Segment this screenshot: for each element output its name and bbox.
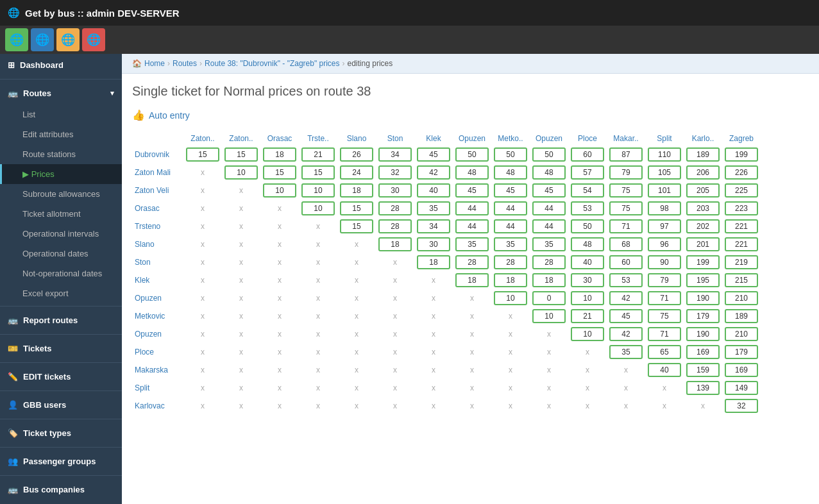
price-input-7-9[interactable]	[532, 273, 566, 287]
price-input-5-6[interactable]	[417, 237, 450, 251]
cell-6-14[interactable]	[722, 253, 761, 271]
cell-0-10[interactable]	[568, 146, 607, 164]
price-input-4-8[interactable]	[494, 219, 527, 233]
breadcrumb-routes[interactable]: Routes	[173, 59, 197, 68]
price-input-1-7[interactable]	[455, 165, 489, 180]
cell-11-12[interactable]	[645, 343, 684, 361]
cell-0-6[interactable]	[414, 146, 453, 164]
price-input-12-12[interactable]	[648, 363, 681, 377]
price-input-2-3[interactable]	[301, 183, 335, 197]
price-input-4-4[interactable]	[340, 219, 373, 233]
cell-8-10[interactable]	[568, 289, 607, 307]
cell-1-1[interactable]	[222, 164, 260, 181]
price-input-3-5[interactable]	[378, 201, 412, 215]
price-input-5-7[interactable]	[455, 237, 489, 251]
price-input-8-8[interactable]	[494, 291, 527, 305]
cell-0-11[interactable]	[607, 146, 645, 164]
price-input-2-13[interactable]	[686, 183, 720, 197]
cell-4-13[interactable]	[684, 217, 722, 235]
price-input-8-11[interactable]	[609, 291, 643, 305]
cell-8-14[interactable]	[722, 289, 761, 307]
price-input-2-4[interactable]	[340, 183, 373, 197]
cell-3-4[interactable]	[337, 199, 376, 217]
cell-3-12[interactable]	[645, 199, 684, 217]
price-input-2-6[interactable]	[417, 183, 450, 197]
cell-2-10[interactable]	[568, 181, 607, 199]
cell-4-8[interactable]	[491, 217, 530, 235]
cell-0-1[interactable]	[222, 146, 260, 164]
price-input-9-13[interactable]	[686, 309, 720, 323]
price-input-3-10[interactable]	[571, 201, 604, 215]
price-input-3-11[interactable]	[609, 201, 643, 215]
cell-6-11[interactable]	[607, 253, 645, 271]
price-input-2-5[interactable]	[378, 183, 412, 197]
price-input-1-2[interactable]	[263, 165, 296, 180]
cell-3-10[interactable]	[568, 199, 607, 217]
cell-1-13[interactable]	[684, 164, 722, 181]
cell-7-12[interactable]	[645, 271, 684, 289]
sidebar-dashboard[interactable]: ⊞ Dashboard	[0, 54, 122, 76]
cell-1-6[interactable]	[414, 164, 453, 181]
cell-3-5[interactable]	[376, 199, 414, 217]
price-input-0-1[interactable]	[224, 147, 258, 162]
price-input-11-14[interactable]	[725, 345, 758, 359]
cell-4-5[interactable]	[376, 217, 414, 235]
price-input-4-13[interactable]	[686, 219, 720, 233]
price-input-0-12[interactable]	[648, 147, 681, 162]
cell-1-10[interactable]	[568, 164, 607, 181]
price-input-1-4[interactable]	[340, 165, 373, 180]
price-input-6-7[interactable]	[455, 255, 489, 269]
cell-1-11[interactable]	[607, 164, 645, 181]
cell-10-12[interactable]	[645, 325, 684, 343]
sidebar-item-operational-dates[interactable]: Operational dates	[0, 244, 122, 264]
breadcrumb-route[interactable]: Route 38: "Dubrovnik" - "Zagreb" prices	[205, 59, 339, 68]
cell-7-11[interactable]	[607, 271, 645, 289]
price-input-7-11[interactable]	[609, 273, 643, 287]
cell-0-7[interactable]	[453, 146, 491, 164]
cell-7-9[interactable]	[530, 271, 568, 289]
sidebar-gbb-users[interactable]: 👤 GBB users	[0, 394, 122, 416]
price-input-1-14[interactable]	[725, 165, 758, 180]
cell-2-12[interactable]	[645, 181, 684, 199]
cell-1-9[interactable]	[530, 164, 568, 181]
cell-7-7[interactable]	[453, 271, 491, 289]
cell-11-13[interactable]	[684, 343, 722, 361]
price-input-11-13[interactable]	[686, 345, 720, 359]
price-input-3-14[interactable]	[725, 201, 758, 215]
cell-5-14[interactable]	[722, 235, 761, 253]
cell-0-12[interactable]	[645, 146, 684, 164]
auto-entry-button[interactable]: 👍 Auto entry	[132, 109, 190, 121]
cell-0-2[interactable]	[260, 146, 299, 164]
cell-10-11[interactable]	[607, 325, 645, 343]
cell-3-7[interactable]	[453, 199, 491, 217]
sidebar-report-routes[interactable]: 🚌 Report routes	[0, 309, 122, 332]
price-input-3-4[interactable]	[340, 201, 373, 215]
price-input-10-10[interactable]	[571, 327, 604, 341]
price-input-3-3[interactable]	[301, 201, 335, 215]
price-input-6-13[interactable]	[686, 255, 720, 269]
price-input-0-2[interactable]	[263, 147, 296, 162]
cell-8-11[interactable]	[607, 289, 645, 307]
price-input-2-9[interactable]	[532, 183, 566, 197]
cell-8-8[interactable]	[491, 289, 530, 307]
sidebar-item-not-operational-dates[interactable]: Not-operational dates	[0, 264, 122, 283]
price-input-6-8[interactable]	[494, 255, 527, 269]
price-input-0-8[interactable]	[494, 147, 527, 162]
sidebar-passenger-groups[interactable]: 👥 Passenger groups	[0, 450, 122, 473]
cell-4-6[interactable]	[414, 217, 453, 235]
price-input-7-10[interactable]	[571, 273, 604, 287]
cell-4-9[interactable]	[530, 217, 568, 235]
cell-5-12[interactable]	[645, 235, 684, 253]
cell-2-6[interactable]	[414, 181, 453, 199]
price-input-0-11[interactable]	[609, 147, 643, 162]
icon-btn-3[interactable]: 🌐	[56, 28, 80, 51]
price-input-5-5[interactable]	[378, 237, 412, 251]
price-input-10-11[interactable]	[609, 327, 643, 341]
cell-6-13[interactable]	[684, 253, 722, 271]
cell-10-10[interactable]	[568, 325, 607, 343]
icon-btn-2[interactable]: 🌐	[31, 28, 54, 51]
icon-btn-1[interactable]: 🌐	[5, 28, 28, 51]
price-input-13-14[interactable]	[725, 381, 758, 395]
cell-6-7[interactable]	[453, 253, 491, 271]
cell-1-2[interactable]	[260, 164, 299, 181]
